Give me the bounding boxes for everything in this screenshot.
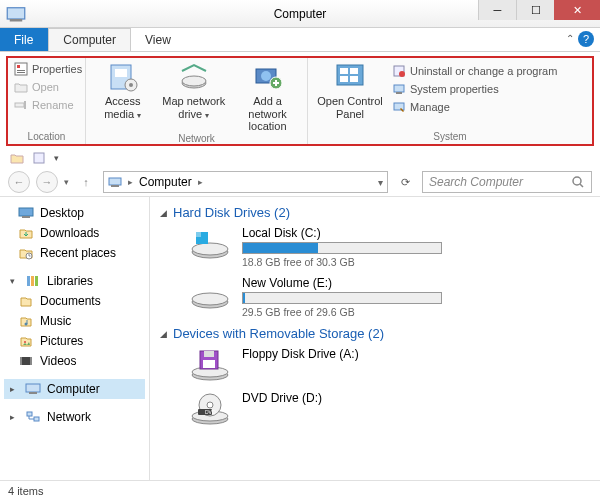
- sidebar-item-documents[interactable]: Documents: [4, 291, 145, 311]
- svg-point-60: [207, 402, 213, 408]
- svg-rect-7: [24, 101, 26, 109]
- expand-icon[interactable]: ▸: [10, 412, 19, 422]
- history-dropdown-icon[interactable]: ▾: [64, 177, 69, 187]
- system-props-label: System properties: [410, 83, 499, 95]
- desktop-icon: [18, 205, 34, 221]
- svg-point-38: [24, 341, 26, 343]
- ribbon-collapse-icon[interactable]: ⌃: [566, 33, 574, 44]
- sidebar-item-downloads[interactable]: Downloads: [4, 223, 145, 243]
- uninstall-icon: [392, 64, 406, 78]
- svg-rect-32: [22, 216, 30, 218]
- documents-icon: [18, 293, 34, 309]
- add-location-button[interactable]: Add a network location: [234, 61, 301, 133]
- collapse-icon[interactable]: ◢: [160, 329, 167, 339]
- status-bar: 4 items: [0, 480, 600, 500]
- svg-point-47: [192, 243, 228, 255]
- sidebar-item-recent[interactable]: Recent places: [4, 243, 145, 263]
- drive-name: DVD Drive (D:): [242, 391, 322, 405]
- music-icon: [18, 313, 34, 329]
- expand-icon[interactable]: ▸: [10, 384, 19, 394]
- rename-button[interactable]: Rename: [14, 97, 79, 113]
- system-props-button[interactable]: System properties: [392, 81, 557, 97]
- svg-rect-43: [29, 392, 37, 394]
- properties-label: Properties: [32, 63, 82, 75]
- svg-point-11: [129, 83, 133, 87]
- open-button[interactable]: Open: [14, 79, 79, 95]
- help-icon[interactable]: ?: [578, 31, 594, 47]
- search-box[interactable]: Search Computer: [422, 171, 592, 193]
- sidebar: Desktop Downloads Recent places ▾Librari…: [0, 197, 150, 480]
- map-drive-icon: [178, 61, 210, 93]
- sidebar-item-videos[interactable]: Videos: [4, 351, 145, 371]
- address-bar[interactable]: ▸ Computer ▸ ▾: [103, 171, 388, 193]
- svg-rect-24: [394, 85, 404, 92]
- minimize-button[interactable]: ─: [478, 0, 516, 20]
- libraries-icon: [25, 273, 41, 289]
- drive-item[interactable]: DVD DVD Drive (D:): [188, 391, 590, 427]
- svg-rect-31: [19, 208, 33, 216]
- ribbon-group-system: Open Control Panel Uninstall or change a…: [308, 58, 592, 144]
- forward-button[interactable]: →: [36, 171, 58, 193]
- manage-icon: [392, 100, 406, 114]
- breadcrumb-sep: ▸: [128, 177, 133, 187]
- collapse-icon[interactable]: ◢: [160, 208, 167, 218]
- downloads-icon: [18, 225, 34, 241]
- control-panel-button[interactable]: Open Control Panel: [314, 61, 386, 120]
- breadcrumb-sep[interactable]: ▸: [198, 177, 203, 187]
- dvd-icon: DVD: [188, 391, 232, 427]
- properties-button[interactable]: Properties: [14, 61, 79, 77]
- menu-computer[interactable]: Computer: [48, 28, 131, 51]
- quick-access-toolbar: ▾: [0, 148, 600, 168]
- up-button[interactable]: ↑: [75, 171, 97, 193]
- floppy-icon: [188, 347, 232, 383]
- close-button[interactable]: ✕: [554, 0, 600, 20]
- dropdown-icon: ▾: [205, 111, 209, 120]
- svg-rect-27: [34, 153, 44, 163]
- svg-rect-44: [27, 412, 32, 416]
- address-dropdown-icon[interactable]: ▾: [378, 177, 383, 188]
- drive-item[interactable]: New Volume (E:) 29.5 GB free of 29.6 GB: [188, 276, 590, 318]
- maximize-button[interactable]: ☐: [516, 0, 554, 20]
- map-drive-button[interactable]: Map network drive ▾: [159, 61, 228, 133]
- menu-file[interactable]: File: [0, 28, 48, 51]
- expand-icon[interactable]: ▾: [10, 276, 19, 286]
- sidebar-item-computer[interactable]: ▸Computer: [4, 379, 145, 399]
- uninstall-button[interactable]: Uninstall or change a program: [392, 63, 557, 79]
- back-button[interactable]: ←: [8, 171, 30, 193]
- qat-properties-icon[interactable]: [32, 151, 46, 165]
- uninstall-label: Uninstall or change a program: [410, 65, 557, 77]
- system-props-icon: [392, 82, 406, 96]
- sidebar-item-pictures[interactable]: Pictures: [4, 331, 145, 351]
- sidebar-item-libraries[interactable]: ▾Libraries: [4, 271, 145, 291]
- sidebar-item-network[interactable]: ▸Network: [4, 407, 145, 427]
- svg-rect-18: [340, 68, 348, 74]
- manage-button[interactable]: Manage: [392, 99, 557, 115]
- refresh-button[interactable]: ⟳: [394, 171, 416, 193]
- sidebar-item-music[interactable]: Music: [4, 311, 145, 331]
- menu-view[interactable]: View: [131, 28, 186, 51]
- svg-rect-6: [15, 103, 24, 107]
- access-media-button[interactable]: Access media ▾: [92, 61, 153, 133]
- pictures-icon: [18, 333, 34, 349]
- drive-name: Local Disk (C:): [242, 226, 442, 240]
- sidebar-item-desktop[interactable]: Desktop: [4, 203, 145, 223]
- section-hdd[interactable]: ◢Hard Disk Drives (2): [160, 205, 590, 220]
- breadcrumb-computer[interactable]: Computer: [139, 175, 192, 189]
- svg-rect-41: [30, 357, 32, 365]
- drive-free: 18.8 GB free of 30.3 GB: [242, 256, 442, 268]
- ribbon-location-label: Location: [14, 131, 79, 142]
- body: Desktop Downloads Recent places ▾Librari…: [0, 196, 600, 480]
- content-pane: ◢Hard Disk Drives (2) Local Disk (C:) 18…: [150, 197, 600, 480]
- open-icon: [14, 80, 28, 94]
- qat-open-icon[interactable]: [10, 151, 24, 165]
- svg-rect-2: [15, 63, 27, 75]
- drive-item[interactable]: Floppy Disk Drive (A:): [188, 347, 590, 383]
- window-controls: ─ ☐ ✕: [478, 0, 600, 20]
- svg-rect-19: [350, 68, 358, 74]
- svg-point-37: [25, 323, 28, 326]
- control-panel-icon: [334, 61, 366, 93]
- drive-item[interactable]: Local Disk (C:) 18.8 GB free of 30.3 GB: [188, 226, 590, 268]
- access-media-label: Access media: [104, 95, 140, 120]
- qat-customize-icon[interactable]: ▾: [54, 153, 59, 163]
- section-removable[interactable]: ◢Devices with Removable Storage (2): [160, 326, 590, 341]
